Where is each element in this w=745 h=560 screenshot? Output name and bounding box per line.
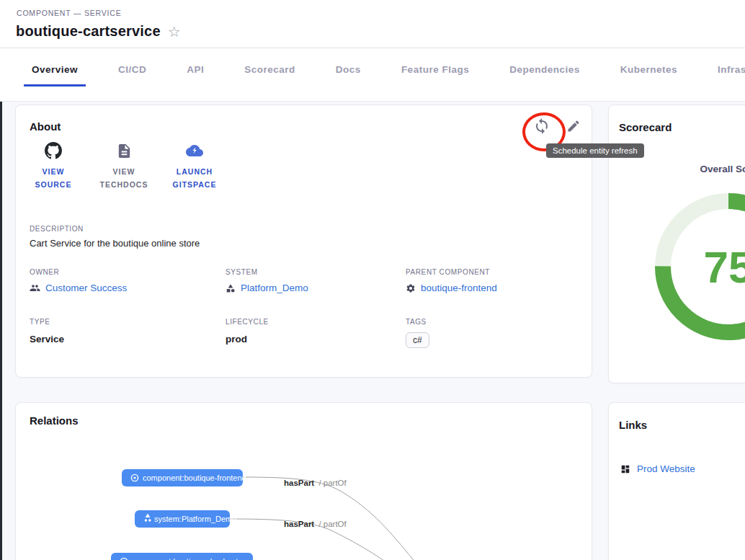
description-label: DESCRIPTION xyxy=(30,225,84,233)
cloud-icon xyxy=(184,141,205,160)
tab-overview[interactable]: Overview xyxy=(24,48,86,91)
system-field: SYSTEM Platform_Demo xyxy=(226,268,406,296)
component-gear-icon xyxy=(406,283,416,293)
refresh-entity-button[interactable] xyxy=(527,112,556,141)
relation-node-label: system:Platform_Demo xyxy=(154,515,236,523)
dashboard-icon xyxy=(620,464,630,474)
type-label: TYPE xyxy=(30,318,226,326)
entity-header: COMPONENT — SERVICE boutique-cartservice… xyxy=(0,0,745,48)
view-techdocs-button[interactable]: VIEW TECHDOCS xyxy=(94,141,154,192)
tags-field: TAGS c# xyxy=(406,318,578,348)
about-actions: VIEW SOURCE VIEW TECHDOCS LAUNCH GITSPAC… xyxy=(23,141,225,192)
tab-feature-flags[interactable]: Feature Flags xyxy=(393,48,477,91)
edge-label: hasPart / partOf xyxy=(284,520,347,528)
view-source-button[interactable]: VIEW SOURCE xyxy=(23,141,84,192)
relations-graph: hasPart / partOf hasPart / partOf compon… xyxy=(16,403,592,560)
tab-dependencies[interactable]: Dependencies xyxy=(501,48,588,91)
tab-scorecard[interactable]: Scorecard xyxy=(236,48,303,91)
tags-label: TAGS xyxy=(406,318,578,326)
view-source-label: VIEW SOURCE xyxy=(24,165,82,192)
overall-score-label: Overall Score xyxy=(700,164,745,174)
system-icon xyxy=(226,283,236,293)
relation-node-platform-demo[interactable]: system:Platform_Demo xyxy=(135,510,236,528)
tag-chip[interactable]: c# xyxy=(406,332,429,348)
prod-website-link[interactable]: Prod Website xyxy=(620,463,695,474)
owner-link[interactable]: Customer Success xyxy=(30,283,127,293)
refresh-tooltip: Schedule entity refresh xyxy=(546,143,644,158)
relations-card: Relations hasPart / partOf hasPart / par… xyxy=(15,402,592,560)
edit-entity-button[interactable] xyxy=(559,112,588,141)
parent-component-link[interactable]: boutique-frontend xyxy=(406,283,497,293)
document-icon xyxy=(116,141,133,160)
about-card: About VIEW SOURCE VIEW TECHDOCS xyxy=(15,105,592,378)
parent-component-value: boutique-frontend xyxy=(421,283,497,293)
about-card-title: About xyxy=(30,120,61,133)
overall-score-value: 75 xyxy=(642,180,745,353)
type-value: Service xyxy=(30,334,64,345)
group-icon xyxy=(30,283,40,293)
favorite-star-icon[interactable]: ☆ xyxy=(168,25,181,39)
type-field: TYPE Service xyxy=(30,318,226,348)
parent-component-field: PARENT COMPONENT boutique-frontend xyxy=(406,268,578,296)
view-techdocs-label: VIEW TECHDOCS xyxy=(95,165,153,192)
tab-kubernetes[interactable]: Kubernetes xyxy=(612,48,685,91)
tab-cicd[interactable]: CI/CD xyxy=(110,48,154,91)
links-card-title: Links xyxy=(619,419,647,431)
owner-field: OWNER Customer Success xyxy=(30,268,226,296)
owner-label: OWNER xyxy=(30,268,226,276)
tab-infrastructure[interactable]: Infrastructure xyxy=(710,48,745,91)
breadcrumb: COMPONENT — SERVICE xyxy=(17,9,122,17)
system-value: Platform_Demo xyxy=(241,283,308,293)
tab-api[interactable]: API xyxy=(179,48,212,91)
edit-pencil-icon xyxy=(566,119,581,133)
lifecycle-label: LIFECYCLE xyxy=(226,318,406,326)
launch-gitspace-label: LAUNCH GITSPACE xyxy=(166,165,223,192)
lifecycle-value: prod xyxy=(226,334,247,345)
relation-node-label: component:boutique-checkoutservice xyxy=(132,557,263,560)
system-link[interactable]: Platform_Demo xyxy=(226,283,308,293)
tab-bar: Overview CI/CD API Scorecard Docs Featur… xyxy=(0,48,745,102)
launch-gitspace-button[interactable]: LAUNCH GITSPACE xyxy=(164,141,225,192)
relation-node-label: component:boutique-frontend xyxy=(143,474,246,482)
owner-value: Customer Success xyxy=(45,283,127,293)
prod-website-label: Prod Website xyxy=(637,463,695,474)
edge-label: hasPart / partOf xyxy=(284,479,347,487)
page-title: boutique-cartservice xyxy=(16,23,161,40)
links-card: Links Prod Website xyxy=(608,402,745,560)
relation-node-boutique-checkoutservice[interactable]: component:boutique-checkoutservice xyxy=(111,553,263,560)
scorecard-card-title: Scorecard xyxy=(619,121,672,133)
description-text: Cart Service for the boutique online sto… xyxy=(30,238,200,249)
refresh-icon xyxy=(533,117,550,135)
lifecycle-field: LIFECYCLE prod xyxy=(226,318,406,348)
relation-node-boutique-frontend[interactable]: component:boutique-frontend xyxy=(122,469,246,486)
tab-docs[interactable]: Docs xyxy=(328,48,369,91)
github-icon xyxy=(45,141,62,160)
system-label: SYSTEM xyxy=(226,268,406,276)
entity-page: COMPONENT — SERVICE boutique-cartservice… xyxy=(0,0,745,560)
parent-component-label: PARENT COMPONENT xyxy=(406,268,578,276)
